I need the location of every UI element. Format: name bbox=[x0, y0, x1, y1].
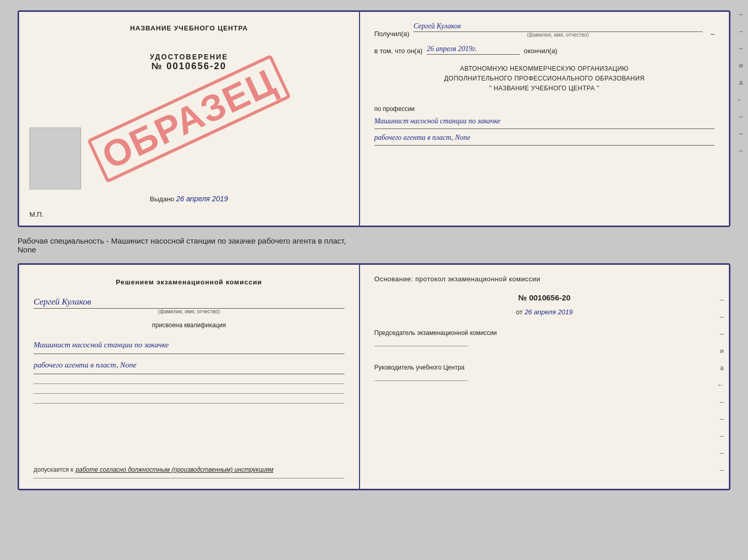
rukovoditel-block: Руководитель учебного Центра bbox=[375, 363, 714, 381]
komissia-title: Решением экзаменационной комиссии bbox=[34, 277, 345, 287]
dopuskaetsya-block: допускается к работе согласно должностны… bbox=[34, 465, 345, 478]
obrazets-stamp: ОБРАЗЕЦ bbox=[87, 54, 291, 183]
separator-line-2 bbox=[34, 393, 345, 394]
dopusk-label: допускается к bbox=[34, 466, 73, 473]
bottom-left-panel: Решением экзаменационной комиссии Сергей… bbox=[19, 265, 360, 489]
profession-line2: рабочего агента в пласт, None bbox=[375, 131, 714, 146]
osnovanie-title: Основание: протокол экзаменационной коми… bbox=[375, 275, 714, 283]
org-line1: АВТОНОМНУЮ НЕКОММЕРЧЕСКУЮ ОРГАНИЗАЦИЮ bbox=[375, 64, 714, 74]
org-block: АВТОНОМНУЮ НЕКОММЕРЧЕСКУЮ ОРГАНИЗАЦИЮ ДО… bbox=[375, 64, 714, 94]
org-line3: " НАЗВАНИЕ УЧЕБНОГО ЦЕНТРА " bbox=[375, 84, 714, 93]
protocol-number: № 0010656-20 bbox=[375, 293, 714, 302]
profession-line1: Машинист насосной станции по закачке bbox=[375, 115, 714, 129]
center-title-top: НАЗВАНИЕ УЧЕБНОГО ЦЕНТРА bbox=[130, 24, 248, 32]
bottom-right-panel: Основание: протокол экзаменационной коми… bbox=[360, 265, 729, 489]
top-right-panel: Получил(а) Сергей Кулаков (фамилия, имя,… bbox=[360, 12, 729, 226]
qualification-block: Машинист насосной станции по закачке раб… bbox=[34, 334, 345, 374]
udostoverenie-block: УДОСТОВЕРЕНИЕ № 0010656-20 bbox=[150, 53, 228, 72]
predsedatel-line bbox=[375, 346, 467, 346]
photo-placeholder bbox=[29, 127, 81, 189]
udostoverenie-number: № 0010656-20 bbox=[150, 61, 228, 72]
vydano-label: Выдано bbox=[150, 195, 174, 203]
top-left-panel: НАЗВАНИЕ УЧЕБНОГО ЦЕНТРА ОБРАЗЕЦ УДОСТОВ… bbox=[19, 12, 360, 226]
vtom-label: в том, что он(а) bbox=[375, 47, 423, 55]
predsedatel-label: Председатель экзаменационной комиссии bbox=[375, 328, 714, 338]
separator-line-1 bbox=[34, 383, 345, 384]
top-document: НАЗВАНИЕ УЧЕБНОГО ЦЕНТРА ОБРАЗЕЦ УДОСТОВ… bbox=[18, 10, 730, 227]
rukovoditel-label: Руководитель учебного Центра bbox=[375, 363, 714, 372]
rukovoditel-line bbox=[375, 380, 467, 381]
certificate-container: НАЗВАНИЕ УЧЕБНОГО ЦЕНТРА ОБРАЗЕЦ УДОСТОВ… bbox=[18, 10, 730, 490]
vydano-date: 26 апреля 2019 bbox=[176, 195, 228, 203]
poluchil-label: Получил(а) bbox=[375, 30, 410, 38]
dopusk-value: работе согласно должностным (производств… bbox=[75, 466, 273, 473]
qual-line2: рабочего агента в пласт, None bbox=[34, 357, 345, 374]
predsedatel-block: Председатель экзаменационной комиссии bbox=[375, 328, 714, 346]
poluchil-value: Сергей Кулаков bbox=[413, 22, 702, 32]
po-professii-label: по профессии bbox=[375, 105, 714, 113]
qual-line1: Машинист насосной станции по закачке bbox=[34, 337, 345, 354]
dopusk-line bbox=[34, 478, 345, 478]
vtom-row: в том, что он(а) 26 апреля 2019г. окончи… bbox=[375, 45, 714, 55]
ot-date: 26 апреля 2019 bbox=[524, 308, 572, 316]
org-line2: ДОПОЛНИТЕЛЬНОГО ПРОФЕССИОНАЛЬНОГО ОБРАЗО… bbox=[375, 74, 714, 84]
specialty-label: Рабочая специальность - Машинист насосно… bbox=[18, 233, 730, 257]
ot-label: от bbox=[516, 308, 523, 316]
profession-block: по профессии Машинист насосной станции п… bbox=[375, 103, 714, 146]
name-block: Сергей Кулаков (фамилия, имя, отчество) bbox=[34, 293, 345, 314]
name-cursive: Сергей Кулаков bbox=[34, 297, 345, 309]
protocol-date: от 26 апреля 2019 bbox=[375, 308, 714, 316]
vydano-line: Выдано 26 апреля 2019 bbox=[19, 195, 359, 203]
separator-line-3 bbox=[34, 403, 345, 404]
mp-label: М.П. bbox=[29, 211, 43, 218]
prisvoena-label: присвоена квалификация bbox=[34, 322, 345, 329]
udostoverenie-title: УДОСТОВЕРЕНИЕ bbox=[150, 53, 228, 61]
name-sub: (фамилия, имя, отчество) bbox=[34, 309, 345, 314]
bottom-document: Решением экзаменационной комиссии Сергей… bbox=[18, 263, 730, 490]
okoncil-label: окончил(а) bbox=[524, 47, 557, 55]
familiya-label: (фамилия, имя, отчество) bbox=[413, 32, 702, 38]
vtom-value: 26 апреля 2019г. bbox=[427, 45, 520, 55]
poluchil-row: Получил(а) Сергей Кулаков (фамилия, имя,… bbox=[375, 22, 714, 38]
bottom-right-dashes: – – – и а ← – – – – – bbox=[717, 296, 724, 474]
